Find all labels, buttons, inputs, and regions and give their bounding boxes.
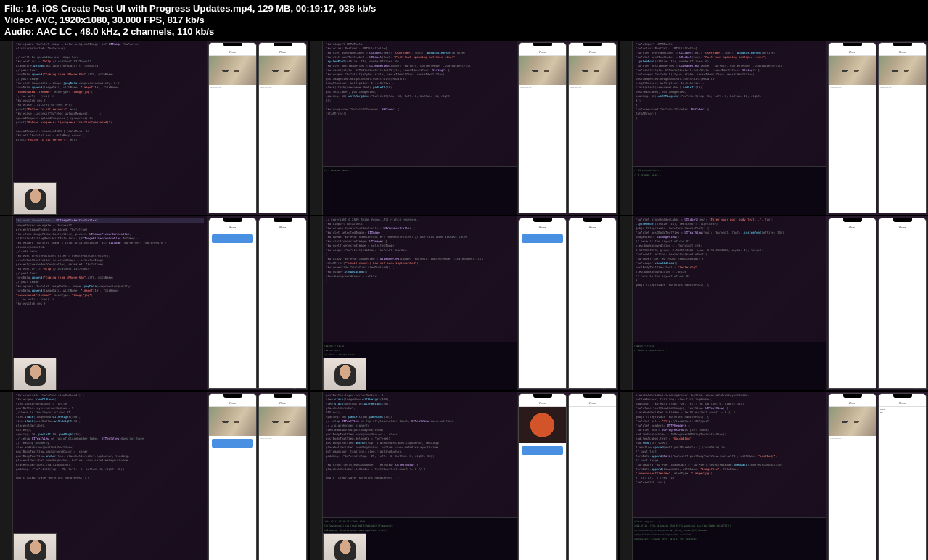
iphone-simulator: iPhone Lorem ipsum text bbox=[518, 42, 567, 213]
iphone-simulator: iPhone bbox=[518, 218, 567, 389]
simulator-panel: iPhone iPhone bbox=[517, 216, 618, 390]
xcode-console: // 45 seconds later...// 2 minutes later… bbox=[633, 166, 826, 215]
video-thumbnail-3[interactable]: "kw">import LBTATools"kw">class PostCell… bbox=[620, 41, 928, 215]
iphone-simulator: iPhone Lorem ipsum text bbox=[258, 42, 307, 213]
xcode-console: Upload progress: 1.02019-07-23 17:58:44.… bbox=[633, 517, 826, 560]
video-thumbnail-9[interactable]: placeholderLabel.leadingAnchor, bottom: … bbox=[620, 392, 928, 560]
iphone-simulator: iPhone bbox=[568, 218, 617, 389]
video-thumbnail-8[interactable]: postButton.layer.cornerRadius = 5view.st… bbox=[310, 392, 618, 560]
file-info-line: File: 16. iOS Create Post UI with Progre… bbox=[4, 3, 924, 15]
iphone-simulator: iPhone Lorem ipsum text bbox=[258, 393, 307, 560]
iphone-simulator: iPhone Lorem ipsum text bbox=[568, 42, 617, 213]
xcode-editor: "kw">import LBTATools"kw">class PostCell… bbox=[323, 41, 517, 215]
watermark: letsbuildthatapp.com bbox=[272, 209, 305, 213]
xcode-editor: "kw">let placeholderLabel = UILabel(text… bbox=[633, 216, 826, 390]
iphone-simulator: iPhone bbox=[208, 218, 257, 389]
watermark: letsbuildthatapp.com bbox=[892, 384, 925, 389]
presenter-webcam bbox=[323, 358, 366, 390]
simulator-panel: iPhone iPhone bbox=[207, 216, 308, 390]
audio-info-line: Audio: AAC LC , 48.0 kHz, 2 channels, 11… bbox=[4, 26, 924, 38]
presenter-webcam bbox=[13, 182, 57, 215]
simulator-panel: iPhone iPhone bbox=[517, 392, 618, 560]
xcode-editor: postButton.layer.cornerRadius = 5view.st… bbox=[323, 392, 517, 560]
simulator-panel: iPhone Lorem ipsum text iPhone Lorem ips… bbox=[826, 41, 928, 215]
simulator-panel: iPhone Lorem ipsum text iPhone Lorem ips… bbox=[207, 41, 308, 215]
iphone-simulator: iPhone bbox=[518, 393, 567, 560]
watermark: letsbuildthatapp.com bbox=[892, 209, 925, 213]
xcode-sidebar bbox=[310, 41, 323, 215]
video-thumbnail-6[interactable]: "kw">let placeholderLabel = UILabel(text… bbox=[620, 216, 928, 390]
iphone-simulator: iPhone bbox=[568, 393, 617, 560]
xcode-editor: "kw">import LBTATools"kw">class PostCell… bbox=[633, 41, 826, 215]
presenter-webcam bbox=[13, 358, 57, 390]
iphone-simulator: iPhone Post listitemitem bbox=[878, 393, 927, 560]
video-thumbnail-7[interactable]: "kw">override "kw">func viewDidLoad() { … bbox=[0, 392, 308, 560]
watermark: letsbuildthatapp.com bbox=[272, 384, 305, 389]
simulator-panel: iPhone iPhone Lorem ipsum text bbox=[207, 392, 308, 560]
video-info-line: Video: AVC, 1920x1080, 30.000 FPS, 817 k… bbox=[4, 15, 924, 26]
simulator-panel: iPhone Lorem ipsum text iPhone Post list… bbox=[826, 392, 928, 560]
xcode-sidebar bbox=[0, 41, 13, 215]
xcode-sidebar bbox=[620, 392, 633, 560]
iphone-simulator: iPhone bbox=[208, 393, 257, 560]
watermark: letsbuildthatapp.com bbox=[582, 384, 615, 389]
iphone-simulator: iPhone Lorem ipsum text bbox=[878, 42, 927, 213]
xcode-console: readonly: false// About a minute later..… bbox=[633, 342, 826, 390]
watermark: letsbuildthatapp.com bbox=[582, 209, 615, 213]
iphone-simulator: iPhone bbox=[258, 218, 307, 389]
presenter-webcam bbox=[13, 533, 57, 560]
xcode-sidebar bbox=[0, 392, 13, 560]
video-thumbnail-2[interactable]: "kw">import LBTATools"kw">class PostCell… bbox=[310, 41, 618, 215]
xcode-editor: // Copyright © 2019 Brian Voong. All rig… bbox=[323, 216, 517, 390]
iphone-simulator: iPhone Lorem ipsum text bbox=[828, 42, 876, 213]
xcode-sidebar bbox=[620, 41, 633, 215]
thumbnail-grid: "kw">guard "kw">let image = info[.origin… bbox=[0, 41, 928, 560]
simulator-panel: iPhone iPhone bbox=[826, 216, 928, 390]
iphone-simulator: iPhone Lorem ipsum text bbox=[208, 42, 257, 213]
file-info-header: File: 16. iOS Create Post UI with Progre… bbox=[0, 0, 928, 41]
iphone-simulator: iPhone Lorem ipsum text bbox=[828, 393, 876, 560]
xcode-sidebar bbox=[310, 216, 323, 390]
xcode-sidebar bbox=[620, 216, 633, 390]
simulator-panel: iPhone Lorem ipsum text iPhone Lorem ips… bbox=[517, 41, 618, 215]
xcode-sidebar bbox=[0, 216, 13, 390]
xcode-editor: placeholderLabel.leadingAnchor, bottom: … bbox=[633, 392, 826, 560]
xcode-editor: "kw">override "kw">func viewDidLoad() { … bbox=[13, 392, 207, 560]
iphone-simulator: iPhone bbox=[828, 218, 876, 389]
video-thumbnail-4[interactable]: "kw">let imagePicker = UIImagePickerCont… bbox=[0, 216, 308, 390]
xcode-console: // 2 minutes later... bbox=[323, 166, 517, 215]
video-thumbnail-5[interactable]: // Copyright © 2019 Brian Voong. All rig… bbox=[310, 216, 618, 390]
video-thumbnail-1[interactable]: "kw">guard "kw">let image = info[.origin… bbox=[0, 41, 308, 215]
xcode-sidebar bbox=[310, 392, 323, 560]
xcode-editor: "kw">let imagePicker = UIImagePickerCont… bbox=[13, 216, 207, 390]
iphone-simulator: iPhone bbox=[878, 218, 927, 389]
xcode-editor: "kw">guard "kw">let image = info[.origin… bbox=[13, 41, 207, 215]
presenter-webcam bbox=[323, 533, 366, 560]
